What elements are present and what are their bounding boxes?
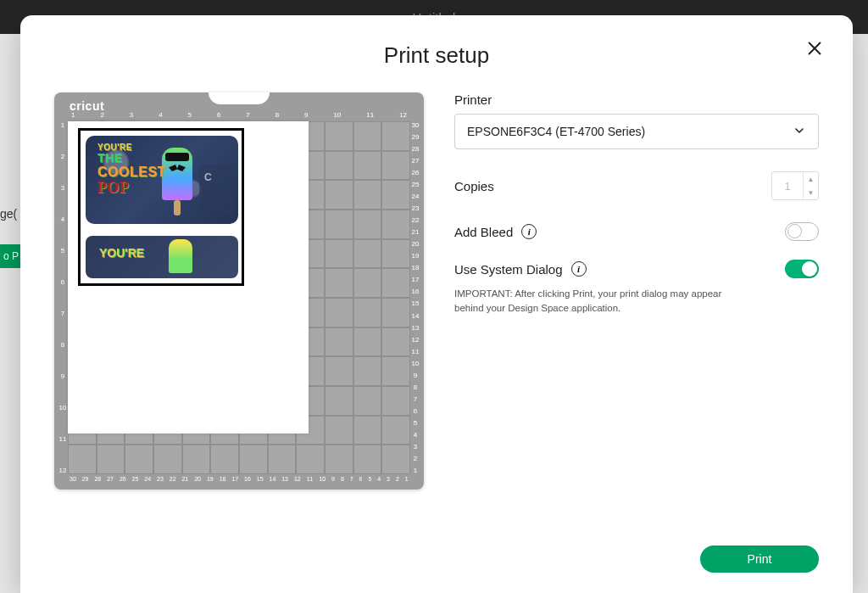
ruler-left: 123456789101112 (58, 121, 68, 474)
printer-select[interactable]: EPSONE6F3C4 (ET-4700 Series) (454, 114, 819, 149)
info-icon[interactable]: i (521, 224, 537, 239)
stepper-down-icon[interactable]: ▼ (804, 186, 818, 199)
stepper-up-icon[interactable]: ▲ (804, 172, 818, 186)
copies-label: Copies (454, 179, 494, 193)
ruler-right: 3029282726252423222120191817161514131211… (410, 121, 420, 474)
add-bleed-label: Add Bleed (454, 225, 513, 239)
copies-input[interactable] (772, 172, 803, 199)
mat-tab-notch (209, 92, 270, 104)
add-bleed-toggle[interactable] (785, 222, 819, 241)
use-system-dialog-label: Use System Dialog (454, 262, 563, 277)
mustache-icon (169, 165, 186, 171)
popsicle-body-2 (169, 239, 192, 273)
use-system-dialog-toggle[interactable] (785, 260, 819, 278)
dialog-title: Print setup (54, 42, 819, 69)
printer-label: Printer (454, 92, 819, 107)
print-setup-dialog: Print setup cricut 123456789101112 12345… (20, 15, 853, 593)
print-button[interactable]: Print (700, 545, 819, 573)
printer-selected-value: EPSONE6F3C4 (ET-4700 Series) (467, 125, 645, 138)
mat-preview: cricut 123456789101112 123456789101112 3… (54, 92, 424, 573)
print-controls: Printer EPSONE6F3C4 (ET-4700 Series) Cop… (454, 92, 819, 573)
background-text-fragment: ge( (0, 207, 17, 221)
artwork-crop: YOU'RE THE COOLEST POP YOU'RE (78, 128, 244, 286)
ruler-top: 123456789101112 (68, 111, 410, 120)
chevron-down-icon (793, 124, 806, 140)
copies-stepper[interactable]: ▲ ▼ (771, 171, 819, 200)
artwork-text-repeat: YOU'RE (99, 246, 144, 260)
close-icon[interactable] (805, 39, 824, 61)
artwork-overflow-right (199, 165, 235, 215)
ruler-bottom: 3029282726252423222120191817161514131211… (68, 476, 410, 484)
popsicle-stick (174, 200, 181, 215)
artwork-text-main: YOU'RE THE COOLEST POP (97, 143, 166, 197)
print-page: YOU'RE THE COOLEST POP YOU'RE (68, 121, 309, 434)
system-dialog-note: IMPORTANT: After clicking Print, your pr… (454, 287, 731, 315)
info-icon[interactable]: i (571, 261, 587, 277)
sunglasses-icon (165, 153, 189, 161)
